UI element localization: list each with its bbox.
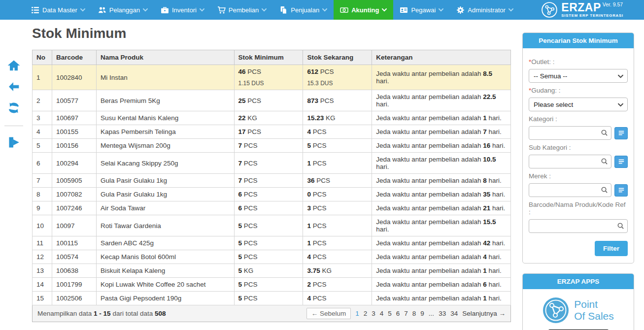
table-row[interactable]: 5 100156 Mentega Wijsman 200g 7 PCS 5 PC… <box>33 139 511 153</box>
cell-no: 9 <box>33 201 52 215</box>
barcode-input[interactable] <box>529 219 628 233</box>
cell-note: Jeda waktu antar pembelian adalah 21 har… <box>372 201 511 215</box>
nav-item-pegawai[interactable]: Pegawai <box>393 0 450 20</box>
nav-label: Administrator <box>468 6 506 14</box>
top-nav: Data Master Pelanggan Inventori Pembelia… <box>0 0 644 20</box>
pagination-next-button[interactable]: Selanjutnya → <box>462 310 506 317</box>
gudang-select[interactable]: Please select <box>529 98 628 111</box>
cell-note: Jeda waktu antar pembelian adalah 16 har… <box>372 139 511 153</box>
cell-stock-current: 612 PCS15.3 DUS <box>303 65 372 90</box>
nav-label: Data Master <box>42 6 77 14</box>
filter-button[interactable]: Filter <box>595 241 628 256</box>
logout-icon <box>7 136 20 149</box>
nav-label: Pelanggan <box>109 6 140 14</box>
cell-product-name: Gula Pasir Gulaku 1kg <box>96 174 234 188</box>
pagination-page-8[interactable]: 8 <box>412 310 416 317</box>
back-button[interactable] <box>7 80 20 93</box>
table-row[interactable]: 9 1007246 Air Soda Tawar 6 PCS 3 PCS Jed… <box>33 201 511 215</box>
logout-button[interactable] <box>7 136 20 149</box>
nav-item-akunting[interactable]: Akunting <box>334 0 393 20</box>
sub-kategori-list-button[interactable] <box>614 156 628 168</box>
pagination-page-1[interactable]: 1 <box>355 310 359 317</box>
page-title: Stok Minimum <box>32 26 511 41</box>
nav-item-penjualan[interactable]: Penjualan <box>273 0 334 20</box>
pagination-ellipsis: ... <box>429 310 434 317</box>
kategori-input[interactable] <box>529 126 611 140</box>
cell-no: 1 <box>33 65 52 90</box>
table-header-row: No Barcode Nama Produk Stok Minimum Stok… <box>33 50 511 65</box>
cell-no: 5 <box>33 139 52 153</box>
table-row[interactable]: 10 10097 Roti Tawar Gardenia 5 PCS 1 PCS… <box>33 215 511 236</box>
list-icon <box>618 130 625 136</box>
pagination-page-2[interactable]: 2 <box>364 310 368 317</box>
table-row[interactable]: 15 1002506 Pasta Gigi Pepsodent 190g 5 P… <box>33 292 511 305</box>
table-row[interactable]: 6 100294 Selai Kacang Skippy 250g 7 PCS … <box>33 153 511 174</box>
cell-product-name: Mi Instan <box>96 65 234 90</box>
cell-barcode: 1005905 <box>52 174 96 188</box>
cell-product-name: Sarden ABC 425g <box>96 236 234 250</box>
cell-note: Jeda waktu antar pembelian adalah 1 hari… <box>372 264 511 278</box>
refresh-icon <box>7 101 20 114</box>
sub-kategori-input[interactable] <box>529 155 611 168</box>
cell-note: Jeda waktu antar pembelian adalah 10.5 h… <box>372 153 511 174</box>
cell-product-name: Kapas Pembersih Telinga <box>96 125 234 139</box>
nav-item-data-master[interactable]: Data Master <box>25 0 92 20</box>
pagination-page-6[interactable]: 6 <box>396 310 400 317</box>
pagination-page-3[interactable]: 3 <box>372 310 375 317</box>
pagination-page-7[interactable]: 7 <box>404 310 408 317</box>
kategori-list-button[interactable] <box>614 127 628 139</box>
pos-app-link[interactable]: Point Of Sales <box>527 297 630 324</box>
table-row[interactable]: 1 1002840 Mi Instan 46 PCS1.15 DUS 612 P… <box>33 65 511 90</box>
table-row[interactable]: 3 100697 Susu Kental Manis Kaleng 22 KG … <box>33 111 511 125</box>
barcode-label: Barcode/Nama Produk/Kode Ref : <box>529 201 628 216</box>
search-icon <box>601 186 608 194</box>
pagination-page-33[interactable]: 33 <box>439 310 446 317</box>
stock-table: No Barcode Nama Produk Stok Minimum Stok… <box>32 50 511 305</box>
merek-input[interactable] <box>529 183 611 197</box>
cell-stock-current: 2 PCS <box>303 278 372 292</box>
cell-barcode: 1002506 <box>52 292 96 305</box>
cell-barcode: 1007082 <box>52 188 96 201</box>
nav-item-inventori[interactable]: Inventori <box>154 0 211 20</box>
table-row[interactable]: 8 1007082 Gula Pasir Gulaku 1kg 6 PCS 0 … <box>33 188 511 201</box>
table-row[interactable]: 2 100577 Beras Premium 5Kg 25 PCS 873 PC… <box>33 90 511 111</box>
cell-note: Jeda waktu antar pembelian adalah 6 hari… <box>372 278 511 292</box>
pagination-page-34[interactable]: 34 <box>450 310 458 317</box>
merek-list-button[interactable] <box>614 184 628 197</box>
table-row[interactable]: 13 100638 Biskuit Kelapa Kaleng 5 KG 3.7… <box>33 264 511 278</box>
nav-menu: Data Master Pelanggan Inventori Pembelia… <box>25 0 520 20</box>
briefcase-icon <box>161 6 169 14</box>
pagination-page-9[interactable]: 9 <box>420 310 424 317</box>
document-icon <box>279 6 288 14</box>
nav-item-pembelian[interactable]: Pembelian <box>211 0 273 20</box>
search-panel: Pencarian Stok Minimum *Outlet: : -- Sem… <box>522 33 634 264</box>
pagination-page-4[interactable]: 4 <box>380 310 384 317</box>
table-row[interactable]: 4 100155 Kapas Pembersih Telinga 17 PCS … <box>33 125 511 139</box>
cell-no: 11 <box>33 236 52 250</box>
nav-item-pelanggan[interactable]: Pelanggan <box>92 0 154 20</box>
money-icon <box>340 6 348 14</box>
table-row[interactable]: 12 100574 Kecap Manis Botol 600ml 5 PCS … <box>33 250 511 264</box>
table-row[interactable]: 7 1005905 Gula Pasir Gulaku 1kg 7 PCS 36… <box>33 174 511 188</box>
table-row[interactable]: 11 100115 Sarden ABC 425g 5 PCS 1 PCS Je… <box>33 236 511 250</box>
cell-note: Jeda waktu antar pembelian adalah 42 har… <box>372 236 511 250</box>
cell-no: 7 <box>33 174 52 188</box>
refresh-button[interactable] <box>7 101 20 114</box>
pagination-page-5[interactable]: 5 <box>388 310 392 317</box>
pagination-prev-button[interactable]: ← Sebelum <box>306 308 351 319</box>
brand-text: ERZAPVer. 9.57 SISTEM ERP TERINTEGRASI <box>561 2 623 18</box>
outlet-select[interactable]: -- Semua -- <box>529 69 628 83</box>
home-button[interactable] <box>7 59 20 72</box>
gear-icon <box>456 6 465 14</box>
outlet-label: *Outlet: : <box>529 58 628 66</box>
nav-item-administrator[interactable]: Administrator <box>450 0 520 20</box>
col-header-stok-minimum: Stok Minimum <box>234 50 303 65</box>
cell-no: 12 <box>33 250 52 264</box>
cell-barcode: 10097 <box>52 215 96 236</box>
table-footer: Menampilkan data 1 - 15 dari total data … <box>32 305 511 322</box>
brand-logo[interactable]: ERZAPVer. 9.57 SISTEM ERP TERINTEGRASI <box>541 0 623 20</box>
sub-kategori-label: Sub Kategori : <box>529 144 628 151</box>
cell-product-name: Beras Premium 5Kg <box>96 90 234 111</box>
kategori-label: Kategori : <box>529 115 628 123</box>
table-row[interactable]: 14 1001799 Kopi Luwak White Coffee 20 sa… <box>33 278 511 292</box>
